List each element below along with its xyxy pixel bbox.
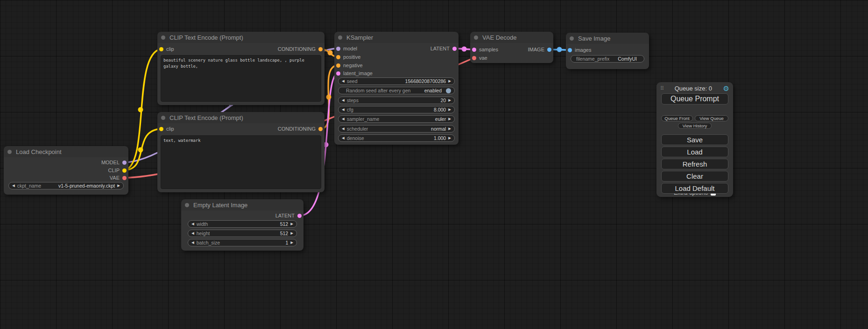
output-slot-image[interactable]: IMAGE <box>528 46 551 53</box>
output-slot-vae[interactable]: VAE <box>110 175 127 181</box>
node-titlebar[interactable]: Empty Latent Image <box>181 199 303 210</box>
batch-size-widget[interactable]: ◀ batch_size 1 ▶ <box>188 239 297 246</box>
prompt-text-area[interactable]: text, watermark <box>161 135 321 189</box>
scheduler-widget[interactable]: ◀ scheduler normal ▶ <box>338 125 455 133</box>
clip-slot-dot[interactable] <box>159 47 163 51</box>
height-widget[interactable]: ◀ height 512 ▶ <box>188 230 297 237</box>
output-slot-latent[interactable]: LATENT <box>275 212 302 219</box>
prompt-text-area[interactable]: beautiful scenery nature glass bottle la… <box>161 55 321 102</box>
conditioning-slot-dot[interactable] <box>318 127 323 131</box>
collapse-dot-icon[interactable] <box>7 150 12 154</box>
link-dot-cond-negative[interactable] <box>326 95 332 100</box>
input-slot-vae[interactable]: vae <box>472 55 487 61</box>
prev-value-arrow-icon[interactable]: ◀ <box>191 241 194 245</box>
node-clip-text-encode-negative[interactable]: CLIP Text Encode (Prompt) clip CONDITION… <box>157 112 325 192</box>
clear-button[interactable]: Clear <box>661 171 728 182</box>
next-value-arrow-icon[interactable]: ▶ <box>448 108 451 112</box>
link-dot-latent-ksampler[interactable] <box>462 47 467 52</box>
prev-value-arrow-icon[interactable]: ◀ <box>342 127 345 131</box>
toggle-knob[interactable] <box>446 88 451 93</box>
next-value-arrow-icon[interactable]: ▶ <box>448 117 451 121</box>
cfg-widget[interactable]: ◀ cfg 8.000 ▶ <box>338 106 455 113</box>
sampler-name-widget[interactable]: ◀ sampler_name euler ▶ <box>338 115 455 123</box>
latent-slot-dot[interactable] <box>472 48 476 52</box>
collapse-dot-icon[interactable] <box>570 36 574 41</box>
prev-value-arrow-icon[interactable]: ◀ <box>191 231 194 235</box>
prev-value-arrow-icon[interactable]: ◀ <box>342 117 345 121</box>
queue-prompt-button[interactable]: Queue Prompt <box>661 93 728 105</box>
input-slot-images[interactable]: images <box>568 47 591 53</box>
steps-widget[interactable]: ◀ steps 20 ▶ <box>338 97 455 104</box>
prev-value-arrow-icon[interactable]: ◀ <box>342 108 345 112</box>
graph-canvas[interactable]: Load Checkpoint MODEL CLIP VAE ◀ ckpt_na… <box>0 0 868 329</box>
latent-slot-dot[interactable] <box>297 214 302 218</box>
next-value-arrow-icon[interactable]: ▶ <box>117 184 120 188</box>
next-value-arrow-icon[interactable]: ▶ <box>448 79 451 83</box>
output-slot-conditioning[interactable]: CONDITIONING <box>278 126 323 132</box>
input-slot-latent-image[interactable]: latent_image <box>336 70 373 77</box>
node-titlebar[interactable]: KSampler <box>334 32 459 43</box>
conditioning-slot-dot[interactable] <box>336 63 340 68</box>
refresh-button[interactable]: Refresh <box>661 159 728 169</box>
image-slot-dot[interactable] <box>547 48 551 52</box>
node-ksampler[interactable]: KSampler model positive negative latent_… <box>334 32 459 145</box>
node-titlebar[interactable]: VAE Decode <box>470 32 553 43</box>
gear-icon[interactable]: ⚙ <box>723 85 729 92</box>
node-clip-text-encode-positive[interactable]: CLIP Text Encode (Prompt) clip CONDITION… <box>157 32 325 105</box>
node-titlebar[interactable]: CLIP Text Encode (Prompt) <box>157 112 325 123</box>
input-slot-samples[interactable]: samples <box>472 46 498 53</box>
output-slot-conditioning[interactable]: CONDITIONING <box>278 46 323 52</box>
link-dot-clip-negative[interactable] <box>138 147 143 153</box>
prev-value-arrow-icon[interactable]: ◀ <box>342 98 345 102</box>
collapse-dot-icon[interactable] <box>161 35 165 40</box>
link-dot-clip-positive[interactable] <box>138 107 143 112</box>
output-slot-clip[interactable]: CLIP <box>108 167 127 174</box>
next-value-arrow-icon[interactable]: ▶ <box>448 127 451 131</box>
latent-slot-dot[interactable] <box>452 47 457 51</box>
view-queue-button[interactable]: View Queue <box>695 115 728 121</box>
next-value-arrow-icon[interactable]: ▶ <box>290 222 293 226</box>
input-slot-clip[interactable]: clip <box>159 126 174 132</box>
vae-slot-dot[interactable] <box>472 56 476 60</box>
collapse-dot-icon[interactable] <box>474 35 478 40</box>
conditioning-slot-dot[interactable] <box>336 55 340 59</box>
vae-slot-dot[interactable] <box>122 176 127 180</box>
node-titlebar[interactable]: CLIP Text Encode (Prompt) <box>157 32 325 43</box>
clip-slot-dot[interactable] <box>122 168 127 173</box>
prev-value-arrow-icon[interactable]: ◀ <box>342 136 345 140</box>
input-slot-clip[interactable]: clip <box>159 46 174 52</box>
input-slot-negative[interactable]: negative <box>336 62 363 69</box>
next-value-arrow-icon[interactable]: ▶ <box>448 136 451 140</box>
prev-value-arrow-icon[interactable]: ◀ <box>342 79 345 83</box>
drag-handle-icon[interactable]: ⠿ <box>660 85 663 91</box>
load-button[interactable]: Load <box>661 147 728 157</box>
collapse-dot-icon[interactable] <box>185 203 189 207</box>
node-titlebar[interactable]: Load Checkpoint <box>4 146 128 157</box>
input-slot-positive[interactable]: positive <box>336 54 360 60</box>
model-slot-dot[interactable] <box>336 47 340 51</box>
random-seed-toggle-widget[interactable]: Random seed after every gen enabled <box>338 87 455 94</box>
next-value-arrow-icon[interactable]: ▶ <box>290 241 293 245</box>
prev-value-arrow-icon[interactable]: ◀ <box>191 222 194 226</box>
node-empty-latent-image[interactable]: Empty Latent Image LATENT ◀ width 512 ▶ … <box>181 199 303 251</box>
node-save-image[interactable]: Save Image images filename_prefix ComfyU… <box>566 33 649 69</box>
conditioning-slot-dot[interactable] <box>318 47 323 51</box>
link-dot-image[interactable] <box>557 47 562 52</box>
load-default-button[interactable]: Load Default <box>661 183 728 194</box>
queue-front-button[interactable]: Queue Front <box>661 115 693 121</box>
prev-value-arrow-icon[interactable]: ◀ <box>12 184 15 188</box>
node-load-checkpoint[interactable]: Load Checkpoint MODEL CLIP VAE ◀ ckpt_na… <box>4 146 128 195</box>
node-titlebar[interactable]: Save Image <box>566 33 649 44</box>
image-slot-dot[interactable] <box>568 48 572 52</box>
node-vae-decode[interactable]: VAE Decode samples vae IMAGE <box>470 32 553 63</box>
clip-slot-dot[interactable] <box>159 127 163 131</box>
output-slot-latent[interactable]: LATENT <box>430 45 457 52</box>
denoise-widget[interactable]: ◀ denoise 1.000 ▶ <box>338 134 455 142</box>
collapse-dot-icon[interactable] <box>161 116 165 120</box>
save-button[interactable]: Save <box>661 134 728 145</box>
collapse-dot-icon[interactable] <box>338 35 342 40</box>
model-slot-dot[interactable] <box>122 161 127 165</box>
output-slot-model[interactable]: MODEL <box>101 159 127 166</box>
filename-prefix-widget[interactable]: filename_prefix ComfyUI <box>571 55 644 63</box>
next-value-arrow-icon[interactable]: ▶ <box>448 98 451 102</box>
